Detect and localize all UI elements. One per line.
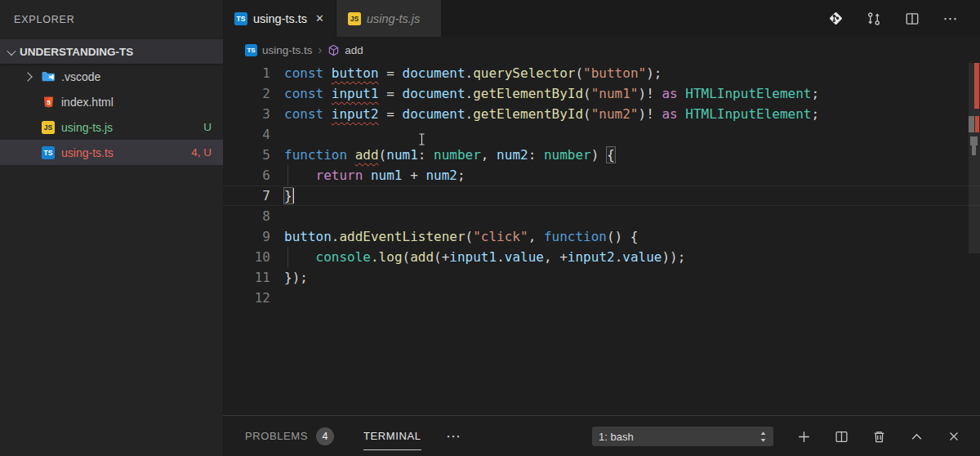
line-number: 10: [223, 247, 270, 267]
line-text: }: [270, 186, 294, 206]
line-text: [270, 206, 284, 226]
js-icon: JS: [348, 12, 361, 25]
line-number: 8: [223, 206, 270, 226]
line-number: 12: [223, 288, 270, 308]
line-number: 4: [223, 124, 270, 145]
code-line-10[interactable]: 10 console.log(add(+input1.value, +input…: [223, 247, 980, 267]
close-panel-icon[interactable]: [946, 428, 962, 445]
breadcrumb: TS using-ts.ts › add: [223, 37, 980, 63]
line-text: [270, 124, 284, 145]
vscode-folder-icon: [41, 70, 56, 83]
panel-tab-problems[interactable]: PROBLEMS4: [245, 427, 334, 445]
line-number: 2: [223, 83, 270, 104]
ts-icon: TS: [234, 12, 247, 25]
section-label: UNDERSTANDING-TS: [20, 46, 133, 58]
cursor-mark: [970, 136, 978, 145]
line-number: 6: [223, 165, 270, 186]
code-line-4[interactable]: 4: [223, 124, 980, 145]
line-text: button.addEventListener("click", functio…: [270, 226, 639, 247]
tab-using-ts.js[interactable]: JSusing-ts.js: [336, 0, 442, 37]
line-text: [270, 288, 284, 308]
line-number: 5: [223, 145, 270, 165]
git-badge: U: [203, 121, 212, 133]
tabs: TSusing-ts.ts✕JSusing-ts.js: [223, 0, 442, 37]
indent-guide: [287, 165, 288, 186]
line-number: 1: [223, 63, 270, 83]
file-name: index.html: [61, 96, 114, 109]
bottom-panel: PROBLEMS4TERMINAL ⋯ 1: bash: [223, 415, 980, 456]
explorer-header: EXPLORER: [0, 0, 223, 39]
more-actions-icon[interactable]: ⋯: [942, 11, 959, 27]
file-name: using-ts.js: [61, 121, 113, 134]
panel-tab-terminal[interactable]: TERMINAL: [363, 430, 421, 442]
file-row-using-ts.ts[interactable]: TSusing-ts.ts4, U: [0, 140, 223, 165]
line-text: const input1 = document.getElementById("…: [270, 83, 819, 104]
file-list: .vscode5index.htmlJSusing-ts.jsUTSusing-…: [0, 64, 223, 165]
code-line-2[interactable]: 2const input1 = document.getElementById(…: [223, 83, 980, 104]
line-text: const button = document.querySelector("b…: [270, 63, 662, 83]
file-row-using-ts.js[interactable]: JSusing-ts.jsU: [0, 114, 223, 140]
open-changes-icon[interactable]: [866, 11, 882, 27]
file-row-index.html[interactable]: 5index.html: [0, 89, 223, 114]
error-mark: [975, 116, 979, 132]
cursor-mark: [969, 116, 974, 132]
new-terminal-icon[interactable]: [795, 428, 812, 445]
split-terminal-icon[interactable]: [833, 428, 849, 445]
panel-tabs: PROBLEMS4TERMINAL: [245, 427, 421, 445]
line-text: function add(num1: number, num2: number)…: [270, 145, 615, 165]
scrollbar[interactable]: [969, 63, 980, 415]
code-line-11[interactable]: 11});: [223, 267, 980, 288]
sidebar: EXPLORER UNDERSTANDING-TS .vscode5index.…: [0, 0, 223, 456]
git-badge: 4, U: [191, 146, 212, 159]
breadcrumb-symbol[interactable]: add: [327, 44, 363, 56]
line-text: const input2 = document.getElementById("…: [270, 104, 819, 124]
line-number: 3: [223, 104, 270, 124]
text-cursor-pointer: [418, 133, 426, 145]
file-name: .vscode: [61, 70, 100, 83]
code-line-12[interactable]: 12: [223, 288, 980, 308]
chevron-right-icon: [24, 74, 41, 80]
breadcrumb-separator: ›: [318, 43, 323, 56]
error-mark: [974, 63, 979, 109]
tab-label: using-ts.ts: [253, 12, 307, 25]
file-row-.vscode[interactable]: .vscode: [0, 64, 223, 89]
title-actions: ⋯: [827, 0, 959, 37]
panel-more-actions-icon[interactable]: ⋯: [446, 428, 462, 445]
tab-label: using-ts.js: [367, 12, 420, 25]
breadcrumb-file-label: using-ts.ts: [262, 44, 313, 56]
tab-bar: TSusing-ts.ts✕JSusing-ts.js ⋯: [223, 0, 980, 37]
git-icon[interactable]: [827, 11, 844, 27]
panel-actions: [795, 416, 962, 456]
section-header-understanding-ts[interactable]: UNDERSTANDING-TS: [0, 39, 223, 64]
split-editor-icon[interactable]: [904, 11, 920, 27]
js-icon: JS: [41, 121, 56, 134]
terminal-select[interactable]: 1: bash: [592, 427, 773, 446]
code-line-9[interactable]: 9button.addEventListener("click", functi…: [223, 226, 980, 247]
close-icon[interactable]: ✕: [315, 12, 324, 25]
code-line-5[interactable]: 5function add(num1: number, num2: number…: [223, 145, 980, 165]
panel-tab-label: TERMINAL: [363, 430, 421, 442]
line-number: 11: [223, 267, 270, 288]
code-line-6[interactable]: 6 return num1 + num2;: [223, 165, 980, 186]
code-line-7[interactable]: 7}: [223, 186, 980, 206]
breadcrumb-file[interactable]: TS using-ts.ts: [245, 44, 313, 56]
line-text: });: [270, 267, 308, 288]
terminal-select-value: 1: bash: [599, 431, 634, 443]
tab-using-ts.ts[interactable]: TSusing-ts.ts✕: [223, 0, 336, 37]
code-line-8[interactable]: 8: [223, 206, 980, 226]
code-line-3[interactable]: 3const input2 = document.getElementById(…: [223, 104, 980, 124]
explorer-title: EXPLORER: [14, 14, 74, 25]
code-editor[interactable]: 1const button = document.querySelector("…: [223, 63, 980, 415]
line-text: return num1 + num2;: [270, 165, 466, 186]
maximize-panel-chevron-up-icon[interactable]: [908, 428, 924, 445]
chevron-down-icon: [8, 46, 15, 58]
indent-guide: [287, 247, 288, 267]
line-number: 7: [223, 186, 270, 206]
file-name: using-ts.ts: [61, 146, 114, 159]
breadcrumb-symbol-label: add: [345, 44, 363, 56]
kill-terminal-trash-icon[interactable]: [871, 428, 887, 445]
editor-group: TSusing-ts.ts✕JSusing-ts.js ⋯ TS using-t…: [223, 0, 980, 456]
html5-icon: 5: [41, 96, 56, 109]
ts-icon: TS: [245, 44, 257, 56]
code-line-1[interactable]: 1const button = document.querySelector("…: [223, 63, 980, 83]
